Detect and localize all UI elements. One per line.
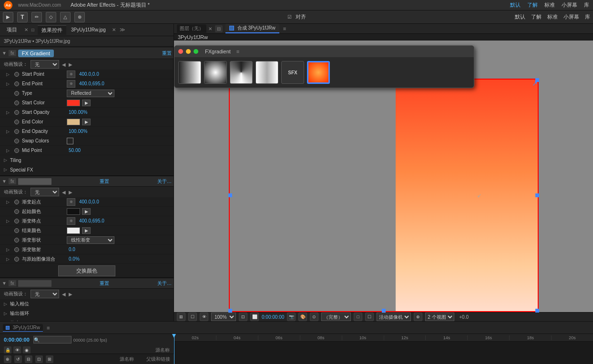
expand-grad-end[interactable]: ▷ — [5, 218, 10, 224]
comp-icon4[interactable]: ⊡ — [239, 313, 247, 321]
mid-point-value[interactable]: 50.00 — [69, 148, 81, 153]
tab-file[interactable]: 3PyUy1fJRw.jpg — [68, 26, 109, 33]
menu-standard-right[interactable]: 标准 — [547, 13, 558, 20]
comp-tab1[interactable]: 图层（无） — [177, 24, 206, 33]
expand-mid-point[interactable]: ▷ — [5, 148, 10, 153]
tab-project[interactable]: 项目 — [3, 25, 21, 34]
start-color2-arrow[interactable]: ▶ — [82, 208, 91, 215]
output-loop-section[interactable]: ▷ 输出循环 — [0, 309, 174, 318]
expand-start-color[interactable] — [5, 100, 10, 106]
corner-handle-br[interactable] — [535, 309, 539, 313]
comp-icon6[interactable]: 📷 — [287, 313, 296, 321]
menu-small-right[interactable]: 小屏幕 — [563, 13, 579, 20]
fxg-minimize-dot[interactable] — [186, 49, 191, 54]
fxg-close-dot[interactable] — [178, 49, 183, 54]
comp-icon11[interactable]: ⊕ — [414, 313, 422, 321]
tool-select[interactable]: ▶ — [3, 12, 13, 22]
tl-playhead[interactable] — [174, 334, 174, 364]
comp-icon8[interactable]: ⊙ — [310, 313, 318, 321]
tl-visibility-icon[interactable]: 👁 — [13, 346, 21, 354]
tool-camera[interactable]: ⊕ — [74, 12, 85, 22]
special-fx-section[interactable]: ▷ Special FX — [0, 165, 174, 174]
tl-comp-name[interactable]: 3PyUy1fJRw — [13, 325, 40, 330]
views-count-select[interactable]: 2 个视图 1 个视图 4 个视图 — [425, 313, 454, 321]
tl-solo-icon[interactable]: ◉ — [23, 346, 31, 354]
end-color2-arrow[interactable]: ▶ — [82, 227, 91, 234]
expand-type[interactable] — [5, 91, 10, 96]
comp-icon1[interactable]: ⊞ — [177, 313, 185, 321]
fx3-close[interactable]: 关于… — [157, 280, 172, 287]
corner-handle-bl[interactable] — [228, 309, 232, 313]
expand-blend[interactable]: ▷ — [5, 256, 10, 262]
start-color-swatch[interactable] — [67, 100, 80, 106]
expand-end-color[interactable] — [5, 119, 10, 125]
coord-btn-end[interactable]: ⊕ — [67, 80, 75, 88]
start-point-value[interactable]: 400.0,0.0 — [79, 71, 99, 77]
fx-reset-btn[interactable]: 重置 — [162, 50, 172, 57]
fx3-anim-select[interactable]: 无 — [31, 290, 59, 298]
preset-bw[interactable] — [256, 61, 278, 84]
expand-grad-start[interactable]: ▷ — [5, 199, 10, 205]
preset-red-ball[interactable] — [307, 61, 330, 84]
fx3-reset[interactable]: 重置 — [100, 280, 109, 287]
tiling-section[interactable]: ▷ Tiling — [0, 155, 174, 165]
end-color-arrow[interactable]: ▶ — [82, 119, 91, 125]
menu-learn-right[interactable]: 了解 — [531, 13, 542, 20]
tool-text[interactable]: T — [17, 12, 28, 22]
view-select[interactable]: 活动摄像机 — [377, 313, 411, 321]
menu-library[interactable]: 库 — [584, 1, 589, 9]
fx-gradient-title[interactable]: FX Gradient — [18, 50, 54, 57]
tool-pen[interactable]: ✏ — [31, 12, 42, 22]
gradient-start-value[interactable]: 400.0,0.0 — [79, 199, 99, 204]
tl-bottom-icon4[interactable]: ⊡ — [35, 355, 43, 363]
blend-value[interactable]: 0.0% — [69, 256, 80, 262]
preset-sfx[interactable]: SFX — [281, 61, 304, 84]
comp-tab2[interactable]: 合成 3PyUy1fJRw — [225, 24, 279, 33]
fx2-nav-prev[interactable]: ◀ — [62, 190, 66, 195]
preset-linear[interactable] — [178, 61, 201, 84]
end-color2-swatch[interactable] — [67, 227, 80, 234]
expand-diffuse[interactable]: ▷ — [5, 247, 10, 253]
fxg-menu-icon[interactable]: ≡ — [236, 49, 239, 54]
zoom-select[interactable]: 100% 50% 200% — [211, 313, 236, 321]
fx2-reset[interactable]: 重置 — [100, 178, 109, 185]
tl-search-input[interactable] — [33, 336, 72, 344]
tab-close2[interactable]: ✕ — [112, 27, 116, 32]
swap-colors-checkbox[interactable] — [67, 138, 73, 144]
tool-shape[interactable]: △ — [60, 12, 71, 22]
start-color-arrow[interactable]: ▶ — [82, 100, 91, 106]
gradient-shape-select[interactable]: 线性渐变 径向渐变 — [67, 236, 114, 244]
menu-library-right[interactable]: 库 — [585, 13, 590, 20]
tool-mask[interactable]: ◇ — [46, 12, 56, 22]
expand-end-point[interactable]: ▷ — [5, 81, 10, 87]
gradient-end-value[interactable]: 400.0,695.0 — [79, 218, 104, 223]
corner-handle-mr[interactable] — [535, 193, 539, 197]
comp-icon3[interactable]: 👁 — [200, 313, 208, 321]
exchange-btn[interactable]: 交换颜色 — [58, 265, 115, 276]
comp-icon7[interactable]: 🎨 — [298, 313, 307, 321]
coord-btn-grad-end[interactable]: ⊕ — [67, 217, 75, 225]
comp-menu-icon[interactable]: ≡ — [283, 26, 286, 31]
tab-close1[interactable]: ✕ — [24, 27, 28, 32]
end-point-value[interactable]: 400.0,695.0 — [79, 81, 104, 86]
tl-menu-icon[interactable]: ≡ — [47, 325, 50, 331]
tl-timecode[interactable]: 0:00:00:00 — [4, 337, 30, 343]
coord-btn-start[interactable]: ⊕ — [67, 71, 75, 78]
comp-icon5[interactable]: ⬜ — [250, 313, 259, 321]
fxg-maximize-dot[interactable] — [194, 49, 198, 54]
start-opacity-value[interactable]: 100.00% — [69, 110, 87, 115]
nav-prev[interactable]: ◀ — [62, 62, 66, 67]
corner-handle-bc[interactable] — [382, 309, 386, 313]
menu-default[interactable]: 默认 — [510, 1, 521, 9]
quality-select[interactable]: （完整） （半） — [321, 313, 351, 321]
menu-default-right[interactable]: 默认 — [515, 13, 525, 20]
end-opacity-value[interactable]: 100.00% — [69, 129, 87, 134]
diffuse-value[interactable]: 0.0 — [69, 247, 75, 252]
expand-start-opacity[interactable]: ▷ — [5, 110, 10, 115]
panel-menu-icon[interactable]: ≫ — [120, 27, 125, 33]
tl-bottom-icon1[interactable]: ⊕ — [4, 355, 11, 363]
expand-end-color2[interactable] — [5, 228, 10, 233]
expand-start-color2[interactable] — [5, 209, 10, 214]
fx2-nav-next[interactable]: ▶ — [69, 190, 72, 195]
comp-icon9[interactable]: □ — [354, 313, 362, 321]
